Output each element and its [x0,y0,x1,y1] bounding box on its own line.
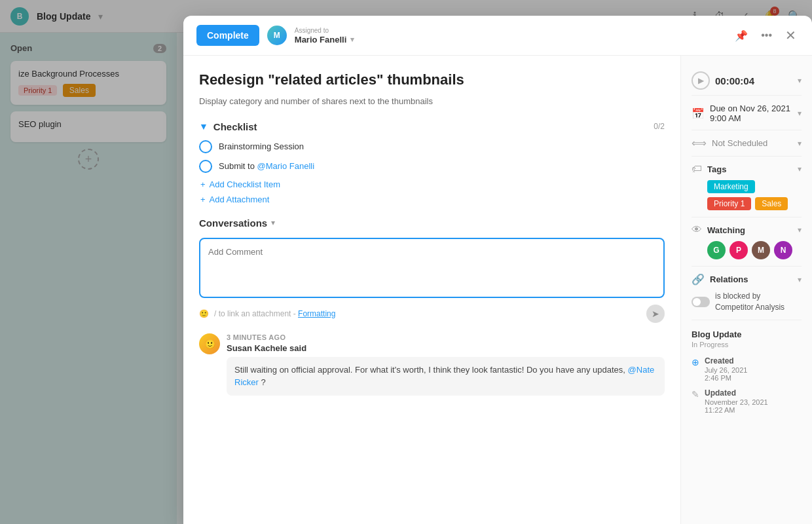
due-date-chevron-icon[interactable]: ▾ [798,109,802,118]
pin-icon[interactable]: 📌 [732,27,750,45]
checklist-item-2-text: Submit to @Mario Fanelli [219,161,314,171]
mention-mario: @Mario Fanelli [257,161,315,171]
comment-content: 3 MINUTES AGO Susan Kachele said Still w… [227,333,665,396]
comment-time: 3 MINUTES AGO [227,333,665,341]
checklist-header: ▼ Checklist 0/2 [199,121,665,132]
checklist-item-2: Submit to @Mario Fanelli [199,160,665,173]
checklist-checkbox-1[interactable] [199,140,212,153]
timer-chevron-icon[interactable]: ▾ [798,76,802,85]
task-description: Display category and number of shares ne… [199,95,665,108]
due-date-icon: 📅 [692,107,705,120]
comment-item: 🙂 3 MINUTES AGO Susan Kachele said Still… [199,333,665,396]
tag-priority1-modal[interactable]: Priority 1 [707,197,751,210]
watchers-wrap: G P M N [692,241,802,259]
modal-right-panel: ▶ 00:00:04 ▾ 📅 Due on Nov 26, 2021 9:00 … [681,56,812,524]
send-comment-button[interactable]: ➤ [646,305,665,323]
created-row: ⊕ Created July 26, 20212:46 PM [692,356,802,382]
checklist-count: 0/2 [654,122,665,131]
checklist-item-1-text: Brainstorming Session [219,141,304,151]
schedule-row[interactable]: ⟺ Not Scheduled ▾ [692,130,802,157]
project-name: Blog Update [692,329,802,339]
watcher-avatar-n: N [774,241,792,259]
relation-item-1: is blocked byCompetitor Analysis [692,291,802,313]
assigned-user-name[interactable]: Mario Fanelli ▾ [295,35,354,45]
tag-marketing-modal[interactable]: Marketing [707,180,755,193]
created-icon: ⊕ [692,357,699,367]
assigned-section: Assigned to Mario Fanelli ▾ [295,27,354,45]
comment-bubble: Still waiting on official approval. For … [227,357,665,396]
schedule-icon: ⟺ [692,137,707,149]
relations-chevron-icon[interactable]: ▾ [798,275,802,284]
checklist-toggle-icon[interactable]: ▼ [199,121,208,132]
watching-header-row: 👁 Watching ▾ [692,224,802,236]
checklist-title: Checklist [213,121,257,132]
bottom-info: Blog Update In Progress ⊕ Created July 2… [692,320,802,414]
relations-section: 🔗 Relations ▾ is blocked byCompetitor An… [692,267,802,320]
assigned-label: Assigned to [295,27,354,34]
comment-input[interactable] [208,247,655,286]
tags-section: 🏷 Tags ▾ Marketing Priority 1 Sales [692,157,802,217]
watcher-avatar-p: P [729,241,748,259]
tags-header-row: 🏷 Tags ▾ [692,163,802,175]
created-info: Created July 26, 20212:46 PM [705,356,747,382]
schedule-label: Not Scheduled [712,138,792,148]
emoji-icon[interactable]: 🙂 [199,309,209,318]
checklist-item-1: Brainstorming Session [199,140,665,153]
conversations-chevron-icon: ▾ [271,218,275,227]
watcher-avatar-m: M [752,241,770,259]
timer-play-button[interactable]: ▶ [692,71,710,90]
project-status: In Progress [692,341,802,348]
updated-row: ✎ Updated November 23, 202111:22 AM [692,388,802,414]
conversations-header[interactable]: Conversations ▾ [199,217,665,229]
add-attachment-button[interactable]: + Add Attachment [200,195,665,204]
tags-wrap: Marketing Priority 1 Sales [692,180,802,210]
relations-icon: 🔗 [692,273,705,286]
modal-header-actions: 📌 ••• ✕ [732,25,799,46]
assigned-user-avatar: M [267,26,287,45]
watching-chevron-icon[interactable]: ▾ [798,225,802,234]
complete-button[interactable]: Complete [196,25,259,46]
comment-author-name: Susan Kachele said [227,343,665,353]
modal-header: Complete M Assigned to Mario Fanelli ▾ 📌… [183,16,812,56]
relation-text: is blocked byCompetitor Analysis [715,291,784,313]
formatting-link[interactable]: Formatting [298,309,335,318]
more-options-icon[interactable]: ••• [758,27,775,44]
updated-label: Updated [705,388,768,398]
add-checklist-item-button[interactable]: + Add Checklist Item [200,179,665,189]
schedule-chevron-icon[interactable]: ▾ [798,139,802,148]
conversations-title: Conversations [199,217,267,229]
updated-info: Updated November 23, 202111:22 AM [705,388,768,414]
updated-date: November 23, 202111:22 AM [705,398,768,414]
relation-toggle[interactable] [692,297,710,307]
checklist-checkbox-2[interactable] [199,160,212,173]
task-title: Redesign "related articles" thumbnails [199,71,665,88]
comment-author-avatar: 🙂 [199,333,220,354]
modal-body: Redesign "related articles" thumbnails D… [183,56,812,524]
updated-icon: ✎ [692,389,699,400]
due-date-label: Due on Nov 26, 2021 9:00 AM [710,103,792,123]
comment-input-wrap [199,238,665,298]
created-label: Created [705,356,747,365]
tag-sales-modal[interactable]: Sales [755,197,788,210]
watching-section: 👁 Watching ▾ G P M N [692,217,802,267]
comment-footer-text: / to link an attachment - Formatting [214,309,641,318]
tags-label: Tags [707,164,792,174]
timer-row: ▶ 00:00:04 ▾ [692,66,802,96]
relations-header-row: 🔗 Relations ▾ [692,273,802,286]
tags-icon: 🏷 [692,163,702,175]
watching-icon: 👁 [692,224,702,236]
watching-label: Watching [707,225,792,235]
comment-footer: 🙂 / to link an attachment - Formatting ➤ [199,305,665,323]
tags-chevron-icon[interactable]: ▾ [798,164,802,174]
modal-left-panel: Redesign "related articles" thumbnails D… [183,56,681,524]
task-modal: Complete M Assigned to Mario Fanelli ▾ 📌… [183,16,812,524]
timer-value: 00:00:04 [715,75,792,86]
relations-label: Relations [710,274,792,284]
close-modal-button[interactable]: ✕ [783,25,799,46]
created-date: July 26, 20212:46 PM [705,366,747,382]
due-date-row[interactable]: 📅 Due on Nov 26, 2021 9:00 AM ▾ [692,97,802,130]
watcher-avatar-g: G [707,241,726,259]
